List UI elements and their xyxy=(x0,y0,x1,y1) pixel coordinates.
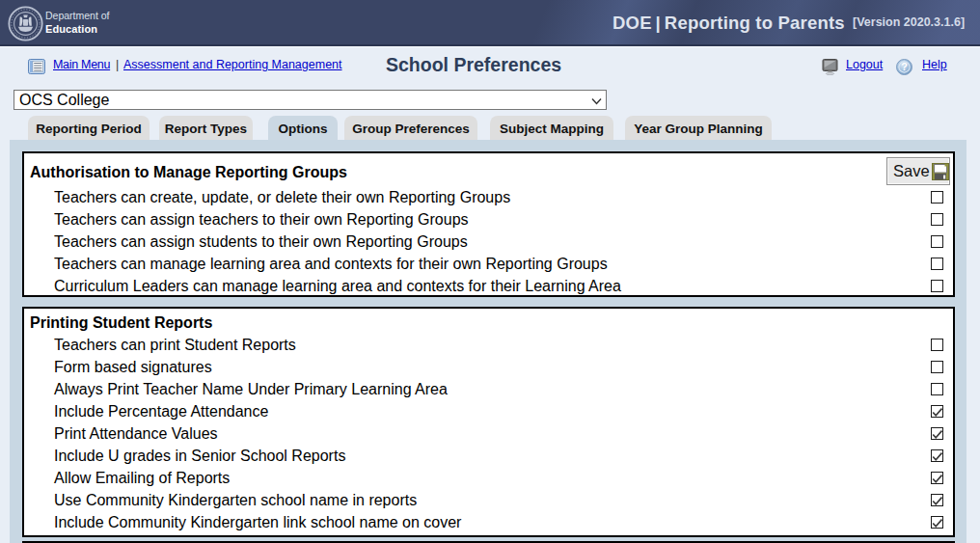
svg-text:?: ? xyxy=(901,61,908,72)
